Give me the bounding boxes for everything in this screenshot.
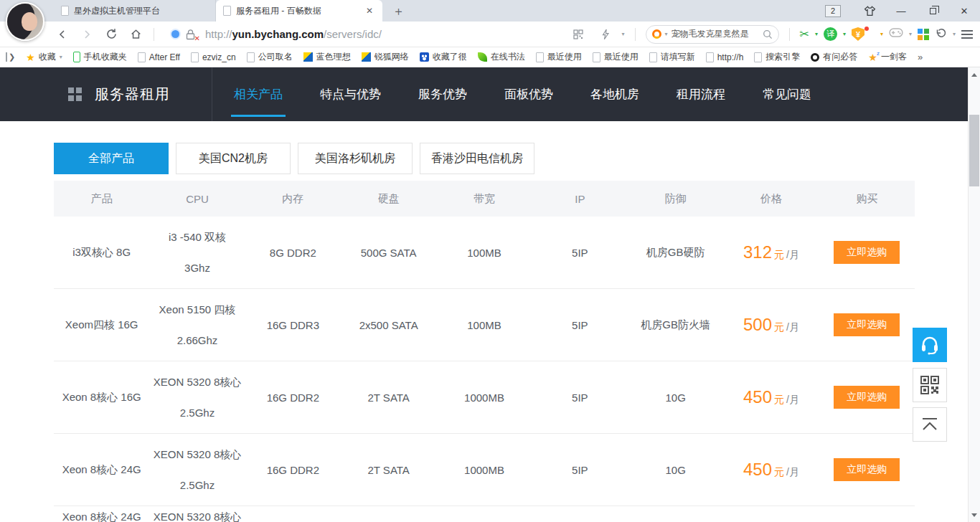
bookmark-label: 最近使用 (547, 51, 582, 63)
cell-bandwidth: 1000MB (436, 464, 532, 476)
search-keyword[interactable]: 宠物毛发克星竟然是 (672, 28, 759, 40)
scrollbar-up-icon[interactable] (969, 69, 980, 80)
bookmark-item[interactable]: 蓝色理想 (303, 51, 351, 63)
tab-all-products[interactable]: 全部产品 (54, 143, 169, 174)
refresh-button[interactable] (100, 24, 122, 45)
divider (789, 28, 790, 41)
site-info[interactable]: ✕ (171, 29, 197, 40)
browser-tab-2-active[interactable]: 服务器租用 - 百畅数据 ✕ (216, 0, 382, 22)
bookmark-mobile-folder[interactable]: 手机收藏夹 (73, 51, 127, 63)
bookmark-item[interactable]: http://h (706, 52, 744, 62)
menu-hamburger-icon[interactable] (961, 30, 973, 39)
chevron-down-icon[interactable]: ▾ (843, 31, 846, 37)
buy-button[interactable]: 立即选购 (834, 241, 900, 264)
col-bandwidth: 带宽 (436, 192, 532, 206)
apps-grid-icon[interactable] (918, 29, 929, 40)
bookmark-item[interactable]: 公司取名 (247, 51, 293, 63)
cell-price: 500 元 /月 (723, 315, 819, 335)
bookmark-label: 有问必答 (823, 51, 857, 63)
paw-icon (420, 52, 429, 62)
cpu-line1: XEON 5320 8核心 (154, 448, 242, 462)
bookmark-item[interactable]: ezviz_cn (191, 52, 236, 62)
screenshot-scissors-icon[interactable]: ✂ (800, 27, 809, 41)
chevron-down-icon[interactable]: ▾ (815, 31, 818, 37)
home-icon (130, 28, 142, 40)
chevron-down-icon[interactable]: ▾ (909, 31, 912, 37)
tab-close-icon[interactable]: ✕ (364, 6, 375, 16)
page-scrollbar[interactable] (968, 67, 980, 522)
menu-item-rental-process[interactable]: 租用流程 (677, 86, 725, 103)
bookmark-item[interactable]: ★一剑客 (868, 51, 907, 63)
qr-grid-button[interactable] (567, 24, 589, 45)
lightning-button[interactable] (595, 24, 616, 45)
minimize-button[interactable]: — (885, 0, 917, 22)
bookmark-item[interactable]: After Eff (138, 52, 180, 62)
scrollbar-down-icon[interactable] (969, 509, 980, 521)
page-icon (223, 6, 231, 16)
bookmark-item[interactable]: 收藏了很 (420, 51, 467, 63)
buy-button[interactable]: 立即选购 (834, 458, 900, 481)
translate-icon[interactable]: 译 (824, 27, 837, 41)
home-button[interactable] (125, 24, 146, 45)
search-engine-caret-icon[interactable]: ▾ (665, 31, 668, 37)
forward-button[interactable] (76, 24, 98, 45)
bookmark-item[interactable]: 请填写新 (649, 51, 695, 63)
page-icon (536, 52, 544, 62)
menu-item-features[interactable]: 特点与优势 (320, 86, 381, 103)
browser-skin-button[interactable] (854, 0, 885, 22)
url-text[interactable]: http://yun.bychang.com/servers/idc/ (205, 28, 382, 40)
tab-us-la[interactable]: 美国洛杉矶机房 (298, 143, 413, 174)
bookmark-item[interactable]: 锐狐网络 (362, 51, 409, 63)
back-to-top-button[interactable] (913, 407, 947, 442)
tab-us-cn2[interactable]: 美国CN2机房 (176, 143, 291, 174)
games-button[interactable] (889, 27, 903, 41)
bookmarks-collapse-icon[interactable]: ❯ (6, 52, 15, 62)
customer-service-button[interactable] (913, 328, 947, 362)
scrollbar-thumb[interactable] (969, 115, 979, 186)
tab-hk-shatin[interactable]: 香港沙田电信机房 (420, 143, 534, 174)
chevron-down-icon[interactable]: ▾ (953, 31, 956, 37)
site-brand: 服务器租用 (95, 85, 170, 104)
menu-item-service-advantage[interactable]: 服务优势 (418, 86, 467, 103)
menu-item-related-products[interactable]: 相关产品 (234, 86, 283, 103)
window-controls: 2 — ✕ (825, 0, 980, 22)
page-icon (593, 52, 600, 62)
price-unit: 元 (774, 466, 784, 479)
page-icon (706, 52, 714, 62)
buy-button[interactable]: 立即选购 (834, 386, 900, 409)
cell-disk: 500G SATA (341, 247, 436, 259)
menu-item-panel-advantage[interactable]: 面板优势 (504, 86, 553, 103)
qr-code-button[interactable] (913, 368, 947, 402)
menu-item-datacenters[interactable]: 各地机房 (590, 86, 639, 103)
bookmark-item[interactable]: 最近使用 (593, 51, 639, 63)
wallet-shield-icon[interactable]: ¥ (852, 27, 864, 41)
cell-ip: 5IP (532, 464, 628, 476)
table-header: 产品 CPU 内存 硬盘 带宽 IP 防御 价格 购买 (54, 181, 915, 217)
back-icon (57, 29, 68, 40)
chevron-down-icon[interactable]: ▾ (880, 31, 883, 37)
bookmarks-overflow-icon[interactable]: » (918, 52, 923, 62)
cell-ram: 8G DDR2 (245, 247, 341, 259)
bookmark-item[interactable]: 最近使用 (536, 51, 582, 63)
cell-product: Xeon 8核心 24G (54, 511, 149, 522)
bookmark-favorites[interactable]: ★ 收藏 ▾ (26, 51, 62, 63)
browser-tab-1[interactable]: 星外虚拟主机管理平台 (54, 0, 216, 22)
cell-price: 450 元 /月 (723, 387, 819, 407)
chevron-down-icon[interactable]: ▾ (622, 31, 625, 37)
restore-button[interactable] (917, 0, 948, 22)
back-button[interactable] (52, 24, 73, 45)
star-z-icon: ★ (868, 52, 877, 63)
bookmark-item[interactable]: 有问必答 (811, 51, 857, 63)
buy-button[interactable]: 立即选购 (834, 313, 900, 336)
bookmark-item[interactable]: 搜索引擎 (754, 51, 800, 63)
user-avatar[interactable] (6, 2, 44, 41)
cell-defense: 机房GB防火墙 (628, 318, 723, 332)
new-tab-button[interactable]: ＋ (382, 0, 415, 22)
close-button[interactable]: ✕ (948, 0, 980, 22)
menu-item-faq[interactable]: 常见问题 (763, 86, 811, 103)
undo-button[interactable] (935, 27, 947, 42)
bookmark-item[interactable]: 在线书法 (478, 51, 525, 63)
search-box[interactable]: ▾ 宠物毛发克星竟然是 (646, 25, 779, 44)
bookmark-label: 搜索引擎 (765, 51, 800, 63)
tab-count-badge[interactable]: 2 (825, 5, 841, 17)
